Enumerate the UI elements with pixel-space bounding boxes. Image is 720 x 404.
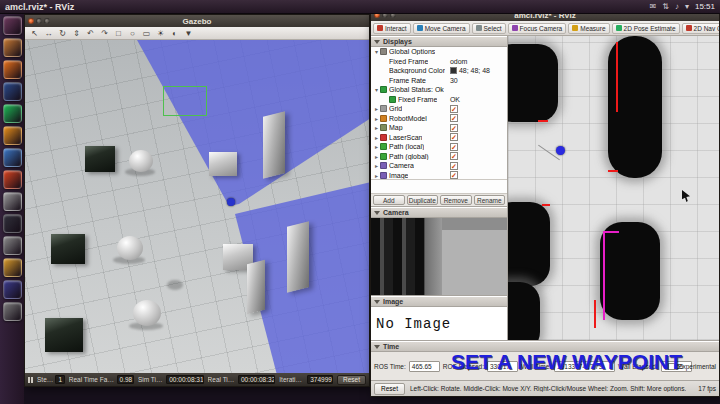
- expander-icon[interactable]: ▸: [373, 143, 380, 150]
- text-editor-icon[interactable]: [3, 236, 22, 255]
- enabled-checkbox[interactable]: ✓: [450, 152, 458, 160]
- obstacle-box[interactable]: [85, 146, 115, 172]
- enabled-checkbox[interactable]: ✓: [450, 171, 458, 179]
- interact-tool[interactable]: Interact: [373, 23, 411, 34]
- enabled-checkbox[interactable]: ✓: [450, 114, 458, 122]
- focus-camera-tool[interactable]: Focus Camera: [508, 23, 567, 34]
- cylinder-icon[interactable]: ▭: [141, 28, 152, 39]
- box-icon[interactable]: □: [113, 28, 124, 39]
- expander-icon[interactable]: ▸: [373, 105, 380, 112]
- robot-pose-marker[interactable]: [556, 146, 565, 155]
- firefox-icon[interactable]: [3, 60, 22, 79]
- rviz-reset-button[interactable]: Reset: [374, 383, 405, 395]
- displays-panel-header[interactable]: Displays: [371, 36, 507, 47]
- camera-panel-header[interactable]: Camera: [371, 207, 507, 218]
- gazebo-titlebar[interactable]: Gazebo: [25, 15, 369, 27]
- expander-icon[interactable]: ▸: [373, 134, 380, 141]
- sphere-icon[interactable]: ○: [127, 28, 138, 39]
- display-row[interactable]: ▸Grid✓: [371, 104, 507, 114]
- ros-time-value[interactable]: 465.65: [409, 361, 440, 372]
- thunderbird-icon[interactable]: [3, 82, 22, 101]
- expander-icon[interactable]: ▸: [373, 153, 380, 160]
- box-object[interactable]: [209, 152, 237, 176]
- select-tool[interactable]: Select: [472, 23, 506, 34]
- display-row[interactable]: ▸Map✓: [371, 123, 507, 133]
- clock[interactable]: 15:51: [695, 2, 715, 11]
- display-row[interactable]: ▾Global Options: [371, 47, 507, 57]
- duplicate-button[interactable]: Duplicate: [407, 195, 439, 205]
- cylinder-object[interactable]: [117, 236, 143, 260]
- enabled-checkbox[interactable]: ✓: [450, 105, 458, 113]
- files-icon[interactable]: [3, 38, 22, 57]
- rename-button[interactable]: Rename: [474, 195, 506, 205]
- software-center-icon[interactable]: [3, 170, 22, 189]
- cylinder-object[interactable]: [129, 150, 153, 172]
- pose-estimate-tool[interactable]: 2D Pose Estimate: [612, 23, 680, 34]
- display-row[interactable]: ▸Image✓: [371, 171, 507, 181]
- translate-icon[interactable]: ↔: [43, 28, 54, 39]
- spotify-icon[interactable]: [3, 104, 22, 123]
- dash-home-icon[interactable]: [3, 16, 22, 35]
- trash-icon[interactable]: [3, 302, 22, 321]
- undo-icon[interactable]: ↶: [85, 28, 96, 39]
- display-row[interactable]: ▸Path (global)✓: [371, 152, 507, 162]
- select-icon[interactable]: ↖: [29, 28, 40, 39]
- measure-tool[interactable]: Measure: [568, 23, 609, 34]
- maximize-button[interactable]: [44, 18, 50, 24]
- gazebo-viewport[interactable]: [25, 40, 369, 373]
- display-row[interactable]: Fixed FrameOK: [371, 95, 507, 105]
- obstacle-box[interactable]: [45, 318, 83, 352]
- expander-icon[interactable]: ▾: [373, 48, 380, 55]
- display-row[interactable]: Frame Rate30: [371, 76, 507, 86]
- sim-time-label: Sim Time:: [138, 376, 164, 383]
- enabled-checkbox[interactable]: ✓: [450, 124, 458, 132]
- display-row[interactable]: Fixed Frameodom: [371, 57, 507, 67]
- expander-icon[interactable]: ▾: [373, 86, 380, 93]
- gazebo-reset-button[interactable]: Reset: [337, 375, 366, 385]
- vlc-icon[interactable]: [3, 126, 22, 145]
- display-row[interactable]: Background Color48; 48; 48: [371, 66, 507, 76]
- terminal-icon[interactable]: [3, 214, 22, 233]
- minimize-button[interactable]: [36, 18, 42, 24]
- scale-icon[interactable]: ⇕: [71, 28, 82, 39]
- directional-light-icon[interactable]: ▼: [183, 28, 194, 39]
- session-menu-icon[interactable]: ▾: [685, 2, 689, 11]
- display-row[interactable]: ▸RobotModel✓: [371, 114, 507, 124]
- gazebo-app-icon[interactable]: [3, 258, 22, 277]
- rotate-icon[interactable]: ↻: [57, 28, 68, 39]
- display-row[interactable]: ▾Global Status: Ok: [371, 85, 507, 95]
- robot-marker[interactable]: [227, 198, 235, 206]
- expander-icon[interactable]: ▸: [373, 115, 380, 122]
- display-row[interactable]: ▸Camera✓: [371, 161, 507, 171]
- display-row[interactable]: ▸LaserScan✓: [371, 133, 507, 143]
- libreoffice-writer-icon[interactable]: [3, 148, 22, 167]
- display-row[interactable]: ▸Path (local)✓: [371, 142, 507, 152]
- expander-icon[interactable]: ▸: [373, 124, 380, 131]
- remove-button[interactable]: Remove: [440, 195, 472, 205]
- enabled-checkbox[interactable]: ✓: [450, 143, 458, 151]
- nav-goal-tool[interactable]: 2D Nav Goal: [682, 23, 719, 34]
- system-settings-icon[interactable]: [3, 192, 22, 211]
- expander-icon[interactable]: ▸: [373, 172, 380, 179]
- enabled-checkbox[interactable]: ✓: [450, 162, 458, 170]
- expander-icon[interactable]: ▸: [373, 162, 380, 169]
- enabled-checkbox[interactable]: ✓: [450, 133, 458, 141]
- rviz-app-icon[interactable]: [3, 280, 22, 299]
- point-light-icon[interactable]: ☀: [155, 28, 166, 39]
- add-button[interactable]: Add: [373, 195, 405, 205]
- close-button[interactable]: [28, 18, 34, 24]
- spot-light-icon[interactable]: ◐: [169, 28, 180, 39]
- move-camera-tool[interactable]: Move Camera: [413, 23, 470, 34]
- mail-icon[interactable]: ✉: [650, 2, 657, 11]
- obstacle-box[interactable]: [51, 234, 85, 264]
- network-icon[interactable]: ⇅: [662, 2, 669, 11]
- sound-icon[interactable]: ♪: [675, 2, 679, 11]
- image-panel-header[interactable]: Image: [371, 296, 507, 307]
- rviz-3d-view[interactable]: [508, 36, 719, 340]
- cylinder-object[interactable]: [133, 300, 161, 326]
- wall-slab[interactable]: [263, 111, 285, 178]
- wall-slab[interactable]: [247, 260, 265, 314]
- redo-icon[interactable]: ↷: [99, 28, 110, 39]
- wall-slab[interactable]: [287, 221, 309, 292]
- pause-button[interactable]: [28, 377, 33, 383]
